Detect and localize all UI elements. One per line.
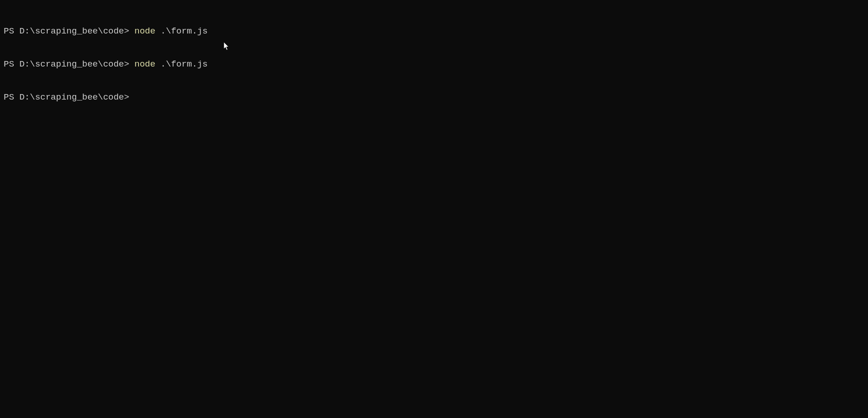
terminal-line: PS D:\scraping_bee\code> node .\form.js: [4, 26, 864, 37]
terminal-line: PS D:\scraping_bee\code> node .\form.js: [4, 59, 864, 70]
prompt-text: PS D:\scraping_bee\code>: [4, 59, 134, 69]
terminal-line: PS D:\scraping_bee\code>: [4, 92, 864, 103]
command-argument: .\form.js: [156, 26, 208, 36]
prompt-text: PS D:\scraping_bee\code>: [4, 92, 134, 102]
command-executable: node: [134, 59, 156, 69]
command-argument: .\form.js: [156, 59, 208, 69]
terminal-output[interactable]: PS D:\scraping_bee\code> node .\form.js …: [0, 0, 868, 117]
prompt-text: PS D:\scraping_bee\code>: [4, 26, 134, 36]
command-executable: node: [134, 26, 156, 36]
